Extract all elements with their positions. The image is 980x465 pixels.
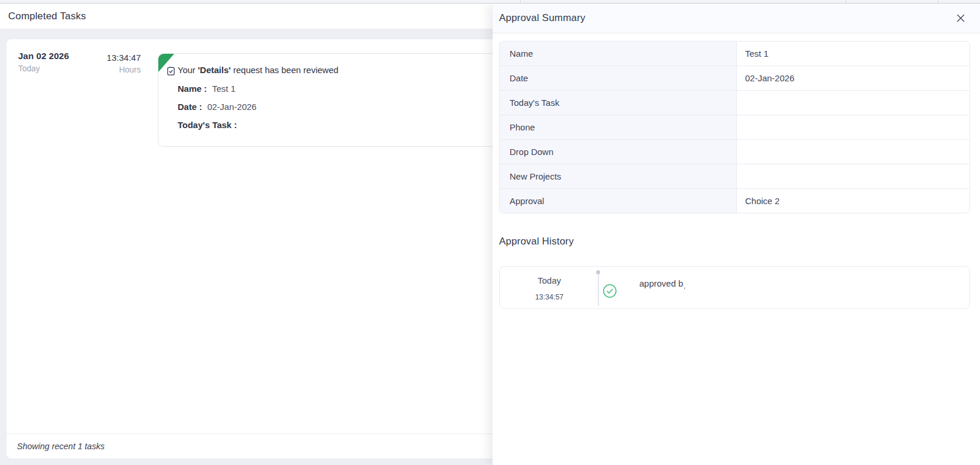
strip-divider	[520, 0, 521, 3]
task-field-name: Name :Test 1	[178, 84, 236, 94]
task-time-block: 13:34:47 Hours	[77, 53, 141, 74]
field-label: Name :	[178, 84, 207, 94]
task-date: Jan 02 2026	[18, 51, 69, 61]
close-button[interactable]	[954, 12, 967, 25]
clipboard-check-icon	[166, 66, 176, 76]
table-row: New Projects	[500, 164, 969, 189]
field-label: Today's Task :	[178, 120, 237, 130]
row-value	[737, 91, 969, 115]
row-label: Drop Down	[500, 140, 737, 164]
field-value: Test 1	[212, 84, 236, 94]
drawer-title: Approval Summary	[499, 12, 954, 24]
history-note-mark: ,	[684, 283, 685, 290]
history-day: Today	[500, 275, 599, 285]
task-field-date: Date :02-Jan-2026	[178, 102, 257, 112]
row-value	[737, 115, 969, 139]
task-date-relative: Today	[18, 64, 40, 73]
drawer-header: Approval Summary	[493, 4, 980, 33]
table-row: Name Test 1	[500, 42, 969, 66]
message-bold: 'Details'	[198, 65, 230, 75]
row-label: New Projects	[500, 164, 737, 188]
table-row: Date 02-Jan-2026	[500, 66, 969, 91]
row-value: Test 1	[737, 42, 969, 66]
message-suffix: request has been reviewed	[231, 65, 338, 75]
strip-divider	[938, 0, 939, 3]
timeline-dot	[596, 270, 600, 274]
timeline-line	[598, 273, 599, 306]
page-title: Completed Tasks	[8, 11, 86, 22]
task-message-text: Your 'Details' request has been reviewed	[178, 65, 338, 75]
approval-history-entry: Today 13:34:57 approved b,	[499, 266, 970, 309]
field-label: Date :	[178, 102, 202, 112]
message-prefix: Your	[178, 65, 198, 75]
approval-summary-drawer: Approval Summary Name Test 1 Date 02-Jan…	[493, 4, 980, 465]
task-message-card[interactable]: Your 'Details' request has been reviewed…	[158, 53, 543, 147]
table-row: Phone	[500, 115, 969, 140]
close-icon	[955, 16, 966, 25]
row-value: Choice 2	[737, 189, 969, 213]
approval-history-title: Approval History	[499, 236, 980, 247]
table-row: Drop Down	[500, 140, 969, 164]
strip-divider	[846, 0, 846, 3]
approval-summary-table: Name Test 1 Date 02-Jan-2026 Today's Tas…	[499, 41, 970, 213]
task-time: 13:34:47	[77, 53, 141, 63]
top-page-strip	[0, 0, 980, 4]
history-timestamp-block: Today 13:34:57	[500, 275, 599, 301]
row-label: Date	[500, 66, 737, 90]
row-value	[737, 140, 969, 164]
row-label: Name	[500, 42, 737, 66]
history-note-text: approved b	[639, 278, 683, 288]
table-row: Approval Choice 2	[500, 189, 969, 213]
check-circle-icon	[602, 284, 617, 298]
table-row: Today's Task	[500, 91, 969, 115]
row-label: Phone	[500, 115, 737, 139]
task-field-todays-task: Today's Task :	[178, 120, 242, 130]
history-note: approved b,	[639, 278, 685, 288]
row-value: 02-Jan-2026	[737, 66, 969, 90]
task-time-unit: Hours	[77, 65, 141, 74]
tasks-count-text: Showing recent 1 tasks	[17, 442, 105, 451]
row-value	[737, 164, 969, 188]
history-time: 13:34:57	[500, 293, 599, 301]
field-value: 02-Jan-2026	[207, 102, 257, 112]
row-label: Today's Task	[500, 91, 737, 115]
row-label: Approval	[500, 189, 737, 213]
